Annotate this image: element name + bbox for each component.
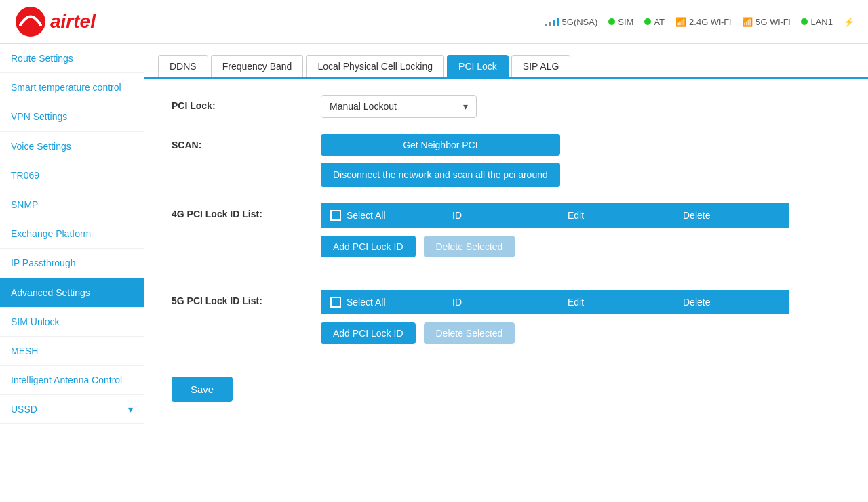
sidebar-item-ip-passthrough[interactable]: IP Passthrough (0, 249, 144, 278)
sidebar-item-exchange-platform[interactable]: Exchange Platform (0, 219, 144, 249)
5g-edit-col: Edit (558, 290, 673, 314)
lan-dot-icon (801, 18, 808, 25)
5g-delete-selected-button[interactable]: Delete Selected (424, 322, 515, 344)
tab-pci-lock[interactable]: PCI Lock (447, 55, 509, 77)
tab-sip-alg[interactable]: SIP ALG (511, 55, 570, 77)
sidebar-item-voice-settings[interactable]: Voice Settings (0, 132, 144, 161)
tab-frequency-band[interactable]: Frequency Band (211, 55, 304, 77)
logo-text: airtel (50, 11, 96, 33)
4g-id-col: ID (443, 203, 558, 228)
pci-lock-row: PCI Lock: Manual Lockout ▾ (172, 95, 841, 118)
4g-pci-list-label: 4G PCI Lock ID List: (172, 203, 321, 219)
wifi-5g-icon: 📶 (742, 17, 753, 27)
4g-select-all-col: Select All (321, 203, 443, 228)
5g-pci-list-label: 5G PCI Lock ID List: (172, 290, 321, 306)
sim-dot-icon (608, 18, 615, 25)
save-row: Save (172, 377, 841, 402)
scan-buttons: Get Neighbor PCI Disconnect the network … (321, 134, 560, 187)
wifi-2g-label: 2.4G Wi-Fi (689, 17, 731, 27)
5g-id-col: ID (443, 290, 558, 314)
at-dot-icon (644, 18, 651, 25)
at-label: AT (654, 17, 665, 27)
5g-pci-list-container: Select All ID Edit Delete Ad (321, 290, 789, 360)
network-status: 5G(NSA) (545, 17, 598, 27)
get-neighbor-pci-button[interactable]: Get Neighbor PCI (321, 134, 560, 156)
save-button[interactable]: Save (172, 377, 233, 402)
network-label: 5G(NSA) (562, 17, 598, 27)
sidebar-item-mesh[interactable]: MESH (0, 337, 144, 366)
sidebar-item-vpn-settings[interactable]: VPN Settings (0, 102, 144, 131)
scan-label: SCAN: (172, 134, 321, 150)
4g-edit-col: Edit (558, 203, 673, 228)
header: airtel 5G(NSA) SIM AT 📶 2.4G Wi-Fi 📶 5G … (0, 0, 868, 44)
5g-select-all-label: Select All (347, 297, 386, 308)
5g-pci-table: Select All ID Edit Delete (321, 290, 789, 314)
sidebar-item-tr069[interactable]: TR069 (0, 161, 144, 190)
sidebar-item-smart-temp[interactable]: Smart temperature control (0, 73, 144, 102)
scan-row: SCAN: Get Neighbor PCI Disconnect the ne… (172, 134, 841, 187)
4g-select-all-checkbox[interactable] (330, 210, 341, 221)
sidebar-item-snmp[interactable]: SNMP (0, 190, 144, 219)
main-layout: Route Settings Smart temperature control… (0, 44, 868, 502)
sidebar-item-advanced-settings[interactable]: Advanced Settings (0, 278, 144, 308)
4g-select-all-label: Select All (347, 210, 386, 221)
wifi-5g-label: 5G Wi-Fi (755, 17, 790, 27)
logo: airtel (14, 5, 96, 39)
pci-lock-dropdown[interactable]: Manual Lockout ▾ (321, 95, 477, 118)
5g-select-all-checkbox[interactable] (330, 297, 341, 308)
4g-pci-list-row: 4G PCI Lock ID List: Select All (172, 203, 841, 274)
status-bar: 5G(NSA) SIM AT 📶 2.4G Wi-Fi 📶 5G Wi-Fi L… (545, 17, 854, 27)
5g-add-pci-lock-id-button[interactable]: Add PCI Lock ID (321, 322, 416, 344)
4g-delete-col: Delete (673, 203, 789, 228)
4g-pci-table: Select All ID Edit Delete (321, 203, 789, 228)
content-area: DDNS Frequency Band Local Physical Cell … (144, 44, 868, 502)
5g-table-actions: Add PCI Lock ID Delete Selected (321, 322, 789, 344)
battery-icon: ⚡ (844, 17, 854, 27)
sidebar-item-ussd[interactable]: USSD ▾ (0, 395, 144, 424)
4g-pci-list-container: Select All ID Edit Delete Ad (321, 203, 789, 274)
svg-point-0 (16, 7, 45, 37)
wifi-2g-icon: 📶 (675, 17, 686, 27)
tab-ddns[interactable]: DDNS (158, 55, 208, 77)
signal-bars-icon (545, 18, 559, 26)
chevron-down-icon: ▾ (128, 403, 133, 415)
wifi-2g-status: 📶 2.4G Wi-Fi (675, 17, 731, 27)
sim-label: SIM (618, 17, 633, 27)
lan-label: LAN1 (810, 17, 833, 27)
form-content: PCI Lock: Manual Lockout ▾ SCAN: Get Nei… (144, 79, 868, 418)
chevron-down-icon: ▾ (463, 101, 468, 112)
sidebar-item-route-settings[interactable]: Route Settings (0, 44, 144, 73)
5g-select-all-col: Select All (321, 290, 443, 314)
pci-lock-label: PCI Lock: (172, 95, 321, 111)
tab-bar: DDNS Frequency Band Local Physical Cell … (144, 44, 868, 79)
tab-local-physical[interactable]: Local Physical Cell Locking (306, 55, 444, 77)
lan-status: LAN1 (801, 17, 833, 27)
sidebar-item-sim-unlock[interactable]: SIM Unlock (0, 308, 144, 337)
disconnect-scan-button[interactable]: Disconnect the network and scan all the … (321, 163, 560, 187)
battery-status: ⚡ (844, 17, 854, 27)
wifi-5g-status: 📶 5G Wi-Fi (742, 17, 790, 27)
sim-status: SIM (608, 17, 633, 27)
4g-table-actions: Add PCI Lock ID Delete Selected (321, 236, 789, 257)
pci-lock-value: Manual Lockout (330, 101, 397, 112)
5g-delete-col: Delete (673, 290, 789, 314)
4g-delete-selected-button[interactable]: Delete Selected (424, 236, 515, 257)
4g-add-pci-lock-id-button[interactable]: Add PCI Lock ID (321, 236, 416, 257)
5g-table-header-row: Select All ID Edit Delete (321, 290, 789, 314)
5g-pci-list-row: 5G PCI Lock ID List: Select All (172, 290, 841, 360)
4g-table-header-row: Select All ID Edit Delete (321, 203, 789, 228)
at-status: AT (644, 17, 665, 27)
sidebar: Route Settings Smart temperature control… (0, 44, 144, 502)
airtel-logo-icon (14, 5, 47, 39)
sidebar-item-intelligent-antenna[interactable]: Intelligent Antenna Control (0, 366, 144, 395)
